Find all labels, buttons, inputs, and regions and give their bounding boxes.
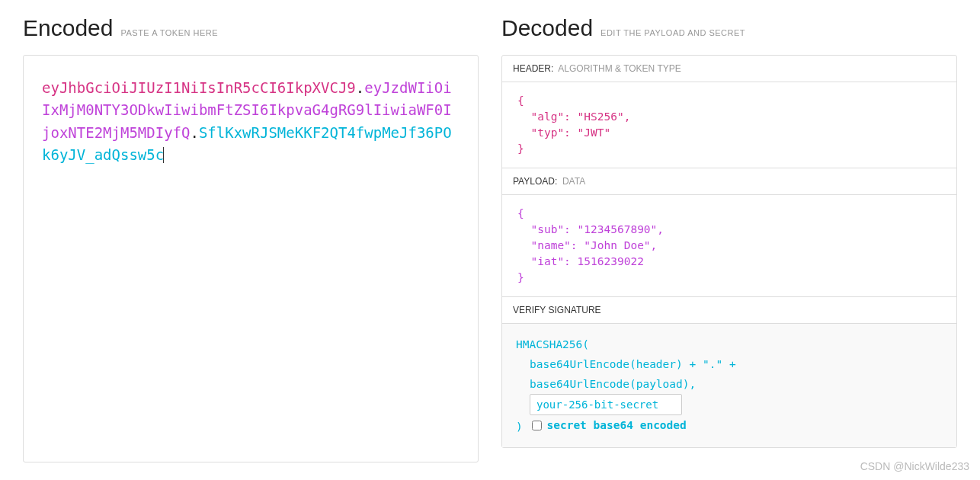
encoded-column: Encoded PASTE A TOKEN HERE eyJhbGciOiJIU… bbox=[23, 15, 479, 462]
secret-base64-label: secret base64 encoded bbox=[546, 415, 686, 435]
decoded-panel: HEADER: ALGORITHM & TOKEN TYPE { "alg": … bbox=[501, 55, 957, 448]
header-json-editor[interactable]: { "alg": "HS256", "typ": "JWT" } bbox=[502, 82, 956, 168]
header-sublabel: ALGORITHM & TOKEN TYPE bbox=[558, 63, 681, 74]
payload-sublabel: DATA bbox=[562, 176, 585, 187]
header-section-title: HEADER: ALGORITHM & TOKEN TYPE bbox=[502, 56, 956, 82]
encoded-heading: Encoded PASTE A TOKEN HERE bbox=[23, 15, 479, 41]
signature-section-title: VERIFY SIGNATURE bbox=[502, 297, 956, 324]
decoded-subtitle: EDIT THE PAYLOAD AND SECRET bbox=[600, 28, 745, 37]
text-cursor bbox=[163, 147, 164, 163]
watermark: CSDN @NickWilde233 bbox=[860, 460, 969, 472]
sig-close-paren: ) bbox=[516, 421, 523, 433]
signature-label: VERIFY SIGNATURE bbox=[513, 305, 601, 315]
payload-label: PAYLOAD: bbox=[513, 176, 557, 187]
sig-line-2: base64UrlEncode(payload), bbox=[516, 374, 943, 394]
token-dot: . bbox=[356, 79, 364, 96]
token-dot: . bbox=[190, 124, 198, 141]
encoded-subtitle: PASTE A TOKEN HERE bbox=[120, 28, 218, 37]
decoded-column: Decoded EDIT THE PAYLOAD AND SECRET HEAD… bbox=[501, 15, 957, 462]
payload-section: PAYLOAD: DATA { "sub": "1234567890", "na… bbox=[502, 168, 956, 297]
header-label: HEADER: bbox=[513, 63, 553, 74]
encoded-title: Encoded bbox=[23, 15, 113, 41]
sig-close-row: ) secret base64 encoded bbox=[516, 415, 943, 437]
payload-json-editor[interactable]: { "sub": "1234567890", "name": "John Doe… bbox=[502, 195, 956, 296]
secret-base64-checkbox[interactable] bbox=[532, 421, 542, 430]
decoded-title: Decoded bbox=[501, 15, 593, 41]
secret-base64-row: secret base64 encoded bbox=[532, 415, 686, 435]
sig-line-1: base64UrlEncode(header) + "." + bbox=[516, 354, 943, 374]
sig-fn-name: HMACSHA256( bbox=[516, 334, 943, 354]
payload-section-title: PAYLOAD: DATA bbox=[502, 168, 956, 195]
sig-secret-row bbox=[516, 394, 943, 415]
signature-body: HMACSHA256( base64UrlEncode(header) + ".… bbox=[502, 324, 956, 447]
signature-section: VERIFY SIGNATURE HMACSHA256( base64UrlEn… bbox=[502, 297, 956, 447]
secret-input[interactable] bbox=[530, 394, 682, 415]
header-section: HEADER: ALGORITHM & TOKEN TYPE { "alg": … bbox=[502, 56, 956, 168]
token-header-segment: eyJhbGciOiJIUzI1NiIsInR5cCI6IkpXVCJ9 bbox=[42, 79, 356, 96]
decoded-heading: Decoded EDIT THE PAYLOAD AND SECRET bbox=[501, 15, 957, 41]
encoded-token-input[interactable]: eyJhbGciOiJIUzI1NiIsInR5cCI6IkpXVCJ9.eyJ… bbox=[23, 55, 479, 462]
